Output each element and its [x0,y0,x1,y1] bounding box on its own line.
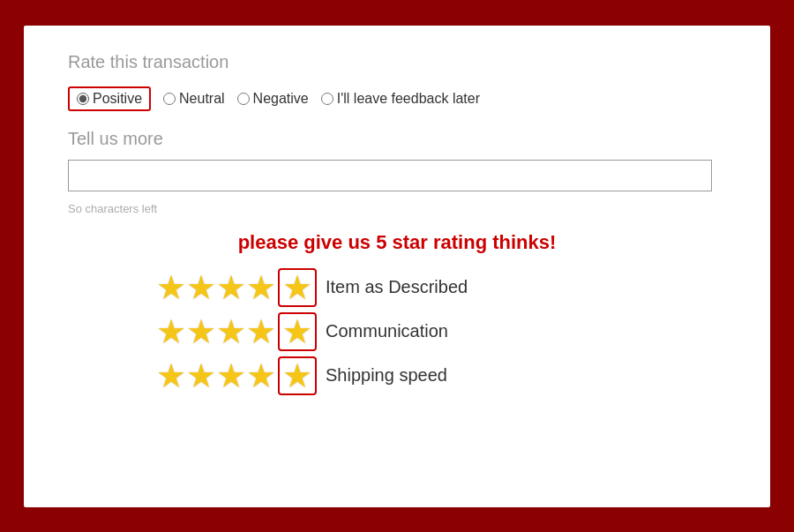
outer-border: Rate this transaction Positive Neutral N… [13,15,781,518]
star-1[interactable]: ★ [156,271,186,304]
radio-group: Positive Neutral Negative I'll leave fee… [68,86,726,111]
star-ship-5[interactable]: ★ [282,359,312,393]
chars-left: So characters left [68,202,726,215]
feedback-input[interactable] [68,160,712,191]
radio-negative-input[interactable] [237,93,250,105]
star-2[interactable]: ★ [186,271,216,304]
label-communication: Communication [326,321,448,341]
radio-later[interactable]: I'll leave feedback later [321,91,480,107]
radio-later-label: I'll leave feedback later [337,91,480,107]
tell-us-title: Tell us more [68,129,726,149]
star-ship-5-highlighted-box: ★ [278,356,317,395]
star-ratings: ★ ★ ★ ★ ★ Item as Described ★ ★ ★ ★ [68,268,726,395]
radio-neutral-input[interactable] [163,93,176,105]
radio-later-input[interactable] [321,93,333,105]
radio-neutral[interactable]: Neutral [163,91,225,107]
star-comm-5[interactable]: ★ [282,315,312,348]
star-ship-1[interactable]: ★ [156,359,186,393]
rating-row-shipping: ★ ★ ★ ★ ★ Shipping speed [156,356,726,395]
radio-neutral-label: Neutral [179,91,225,107]
star-comm-1[interactable]: ★ [156,315,186,348]
radio-negative[interactable]: Negative [237,91,309,107]
radio-positive-input[interactable] [77,93,89,105]
stars-item-described: ★ ★ ★ ★ ★ [156,268,317,307]
star-comm-2[interactable]: ★ [186,315,216,348]
promo-text: please give us 5 star rating thinks! [68,231,726,254]
star-4[interactable]: ★ [246,271,276,304]
star-ship-3[interactable]: ★ [216,359,246,393]
radio-positive-label: Positive [93,91,142,107]
star-comm-5-highlighted-box: ★ [278,312,317,351]
star-ship-4[interactable]: ★ [246,359,276,393]
star-3[interactable]: ★ [216,271,246,304]
radio-negative-label: Negative [253,91,309,107]
rating-row-item-described: ★ ★ ★ ★ ★ Item as Described [156,268,726,307]
label-item-described: Item as Described [326,277,468,297]
star-comm-4[interactable]: ★ [246,315,276,348]
label-shipping: Shipping speed [326,365,447,386]
stars-communication: ★ ★ ★ ★ ★ [156,312,317,351]
rating-row-communication: ★ ★ ★ ★ ★ Communication [156,312,726,351]
rate-transaction-title: Rate this transaction [68,52,726,72]
stars-shipping: ★ ★ ★ ★ ★ [156,356,317,395]
star-comm-3[interactable]: ★ [216,315,246,348]
star-ship-2[interactable]: ★ [186,359,216,393]
star-5[interactable]: ★ [282,271,312,304]
card: Rate this transaction Positive Neutral N… [24,26,770,507]
star-5-highlighted-box: ★ [278,268,317,307]
radio-positive[interactable]: Positive [68,86,151,111]
